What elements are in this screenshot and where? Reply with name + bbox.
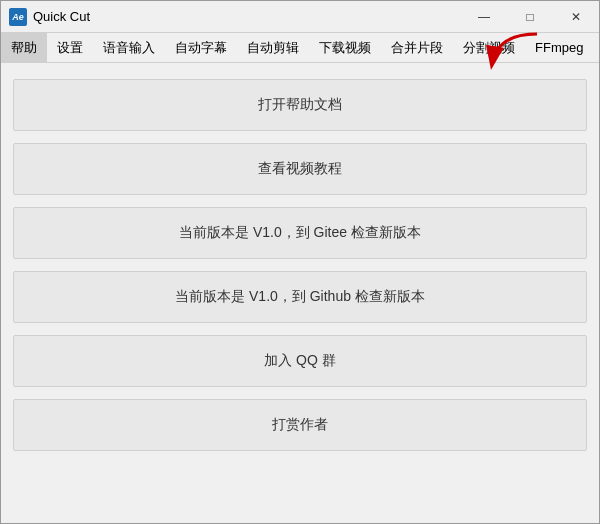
check-github-button[interactable]: 当前版本是 V1.0，到 Github 检查新版本: [13, 271, 587, 323]
title-bar: Ae Quick Cut — □ ✕: [1, 1, 599, 33]
menu-item-auto-cut[interactable]: 自动剪辑: [237, 33, 309, 62]
window-controls: — □ ✕: [461, 1, 599, 33]
qq-group-button[interactable]: 加入 QQ 群: [13, 335, 587, 387]
menu-item-auto-subtitle[interactable]: 自动字幕: [165, 33, 237, 62]
minimize-button[interactable]: —: [461, 1, 507, 33]
title-bar-left: Ae Quick Cut: [9, 8, 90, 26]
menu-item-ffmpeg[interactable]: FFmpeg: [525, 33, 593, 62]
close-button[interactable]: ✕: [553, 1, 599, 33]
video-tutorial-button[interactable]: 查看视频教程: [13, 143, 587, 195]
maximize-button[interactable]: □: [507, 1, 553, 33]
menu-item-settings[interactable]: 设置: [47, 33, 93, 62]
check-gitee-button[interactable]: 当前版本是 V1.0，到 Gitee 检查新版本: [13, 207, 587, 259]
open-help-button[interactable]: 打开帮助文档: [13, 79, 587, 131]
window-title: Quick Cut: [33, 9, 90, 24]
menu-item-merge[interactable]: 合并片段: [381, 33, 453, 62]
main-window: Ae Quick Cut — □ ✕ 帮助设置语音输入自动字幕自动剪辑下载视频合…: [0, 0, 600, 524]
app-icon: Ae: [9, 8, 27, 26]
content-area: 打开帮助文档查看视频教程当前版本是 V1.0，到 Gitee 检查新版本当前版本…: [1, 63, 599, 523]
menu-item-help[interactable]: 帮助: [1, 33, 47, 62]
menu-item-voice-input[interactable]: 语音输入: [93, 33, 165, 62]
menu-item-download[interactable]: 下载视频: [309, 33, 381, 62]
donate-button[interactable]: 打赏作者: [13, 399, 587, 451]
menu-bar: 帮助设置语音输入自动字幕自动剪辑下载视频合并片段分割视频FFmpeg: [1, 33, 599, 63]
menu-item-split[interactable]: 分割视频: [453, 33, 525, 62]
